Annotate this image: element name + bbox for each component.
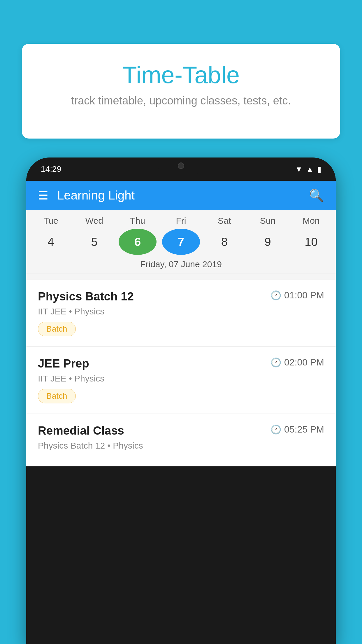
day-8[interactable]: 8 <box>205 229 243 255</box>
event-subtitle-2: IIT JEE • Physics <box>38 374 324 384</box>
events-container: Physics Batch 12 🕐 01:00 PM IIT JEE • Ph… <box>26 280 336 466</box>
hamburger-icon[interactable]: ☰ <box>38 189 48 202</box>
phone-frame: 14:29 ▼ ▲ ▮ ☰ Learning Light 🔍 Tue Wed T… <box>26 158 336 644</box>
clock-icon-2: 🕐 <box>270 357 281 368</box>
event-header-3: Remedial Class 🕐 05:25 PM <box>38 424 324 437</box>
day-names-row: Tue Wed Thu Fri Sat Sun Mon <box>26 216 336 229</box>
speech-bubble: Time-Table track timetable, upcoming cla… <box>22 44 340 139</box>
event-time-3: 🕐 05:25 PM <box>270 424 324 435</box>
event-time-value-1: 01:00 PM <box>284 290 324 301</box>
day-6-today[interactable]: 6 <box>119 229 157 255</box>
day-name-sat[interactable]: Sat <box>205 216 243 226</box>
clock-icon-3: 🕐 <box>270 424 281 435</box>
event-title-1: Physics Batch 12 <box>38 290 134 303</box>
app-bar: ☰ Learning Light 🔍 <box>26 181 336 210</box>
app-title: Learning Light <box>57 188 309 202</box>
camera-dot <box>178 162 184 169</box>
wifi-icon: ▼ <box>295 165 303 174</box>
phone-top-bar: 14:29 ▼ ▲ ▮ <box>26 158 336 181</box>
day-7-selected[interactable]: 7 <box>162 229 200 255</box>
day-9[interactable]: 9 <box>249 229 287 255</box>
event-subtitle-3: Physics Batch 12 • Physics <box>38 441 324 451</box>
phone-status-right: ▼ ▲ ▮ <box>295 165 321 174</box>
bubble-subtitle: track timetable, upcoming classes, tests… <box>42 94 320 107</box>
batch-tag-2: Batch <box>38 389 76 403</box>
batch-tag-1: Batch <box>38 322 76 336</box>
day-name-tue[interactable]: Tue <box>32 216 70 226</box>
status-time: 14:29 <box>41 164 61 174</box>
day-4[interactable]: 4 <box>32 229 70 255</box>
event-header-2: JEE Prep 🕐 02:00 PM <box>38 357 324 370</box>
signal-icon: ▲ <box>306 165 314 174</box>
event-header-1: Physics Batch 12 🕐 01:00 PM <box>38 290 324 303</box>
day-10[interactable]: 10 <box>292 229 330 255</box>
speech-bubble-container: Time-Table track timetable, upcoming cla… <box>22 44 340 139</box>
event-time-value-2: 02:00 PM <box>284 357 324 368</box>
event-title-3: Remedial Class <box>38 424 124 437</box>
event-card-2[interactable]: JEE Prep 🕐 02:00 PM IIT JEE • Physics Ba… <box>26 347 336 414</box>
phone-notch <box>158 158 204 174</box>
day-5[interactable]: 5 <box>75 229 113 255</box>
event-card-3[interactable]: Remedial Class 🕐 05:25 PM Physics Batch … <box>26 414 336 466</box>
day-name-thu[interactable]: Thu <box>119 216 157 226</box>
event-title-2: JEE Prep <box>38 357 89 370</box>
calendar-strip: Tue Wed Thu Fri Sat Sun Mon 4 5 6 7 8 9 … <box>26 210 336 280</box>
selected-date-label: Friday, 07 June 2019 <box>26 259 336 274</box>
search-icon[interactable]: 🔍 <box>309 188 324 203</box>
battery-icon: ▮ <box>317 165 321 174</box>
event-time-value-3: 05:25 PM <box>284 424 324 435</box>
day-name-fri[interactable]: Fri <box>162 216 200 226</box>
day-numbers-row: 4 5 6 7 8 9 10 <box>26 229 336 259</box>
bubble-title: Time-Table <box>42 61 320 89</box>
day-name-sun[interactable]: Sun <box>249 216 287 226</box>
phone-screen: ☰ Learning Light 🔍 Tue Wed Thu Fri Sat S… <box>26 181 336 466</box>
day-name-mon[interactable]: Mon <box>292 216 330 226</box>
event-card-1[interactable]: Physics Batch 12 🕐 01:00 PM IIT JEE • Ph… <box>26 280 336 347</box>
event-time-1: 🕐 01:00 PM <box>270 290 324 301</box>
event-time-2: 🕐 02:00 PM <box>270 357 324 368</box>
event-subtitle-1: IIT JEE • Physics <box>38 307 324 316</box>
clock-icon-1: 🕐 <box>270 290 281 300</box>
day-name-wed[interactable]: Wed <box>75 216 113 226</box>
